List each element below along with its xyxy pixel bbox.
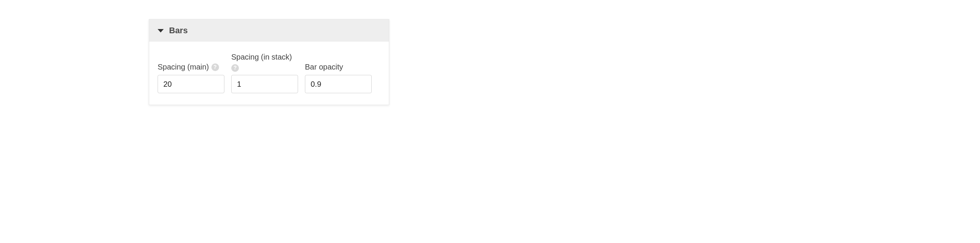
bars-panel-header[interactable]: Bars	[149, 19, 389, 42]
field-label-text: Spacing (in stack)	[231, 52, 292, 62]
spacing-main-label: Spacing (main) ?	[158, 62, 224, 72]
spacing-stack-field: Spacing (in stack) ?	[231, 52, 298, 93]
spacing-main-input[interactable]	[158, 75, 224, 93]
help-icon[interactable]: ?	[231, 64, 239, 72]
field-label-text: Bar opacity	[305, 62, 343, 72]
field-label-text: Spacing (main)	[158, 62, 209, 72]
bar-opacity-label: Bar opacity	[305, 53, 372, 72]
spacing-stack-label: Spacing (in stack) ?	[231, 52, 298, 72]
help-icon[interactable]: ?	[211, 63, 219, 71]
bar-opacity-field: Bar opacity	[305, 53, 372, 93]
spacing-main-field: Spacing (main) ?	[158, 62, 224, 93]
bars-panel-body: Spacing (main) ? Spacing (in stack) ? Ba…	[149, 42, 389, 105]
bars-panel: Bars Spacing (main) ? Spacing (in stack)…	[149, 19, 389, 105]
bar-opacity-input[interactable]	[305, 75, 372, 93]
panel-title: Bars	[169, 26, 188, 36]
chevron-down-icon	[158, 29, 164, 32]
spacing-stack-input[interactable]	[231, 75, 298, 93]
